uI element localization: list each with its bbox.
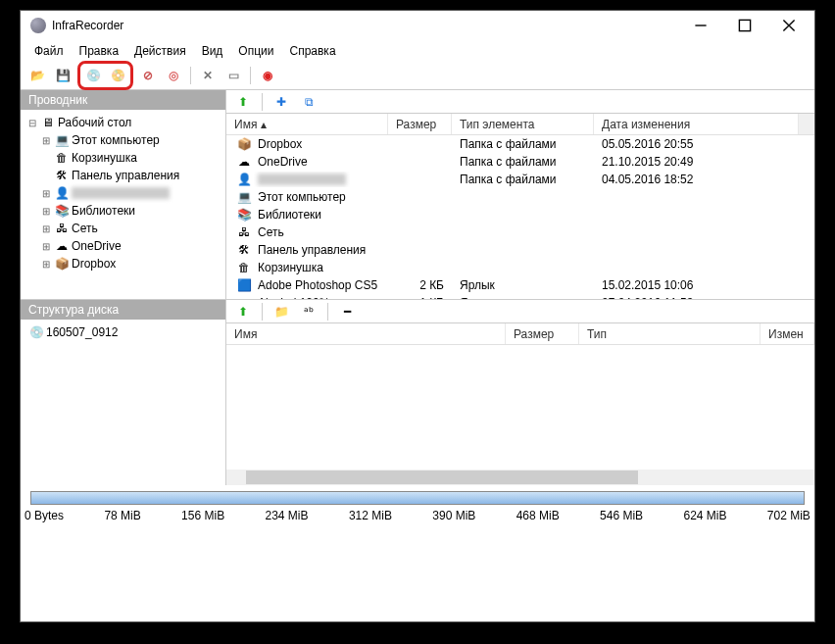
capacity-tick: 702 MiB bbox=[767, 509, 810, 522]
file-name: Alcohol 120% bbox=[258, 296, 329, 299]
disc-tree[interactable]: 💿 160507_0912 bbox=[21, 320, 225, 485]
tree-label: Рабочий стол bbox=[58, 116, 131, 129]
col-size[interactable]: Размер bbox=[388, 114, 452, 134]
file-name: Adobe Photoshop CS5 bbox=[258, 278, 377, 292]
file-row[interactable]: 🛠Панель управления bbox=[226, 241, 814, 259]
burn-disc-alt-button[interactable]: 📀 bbox=[107, 65, 128, 86]
ps-icon: 🟦 bbox=[236, 277, 252, 293]
capacity-tick: 468 MiB bbox=[516, 509, 560, 522]
col-date[interactable]: Дата изменения bbox=[594, 114, 799, 134]
capacity-tick: 78 MiB bbox=[104, 509, 140, 522]
minimize-button[interactable] bbox=[678, 12, 722, 39]
disc-up-button[interactable]: ⬆ bbox=[232, 301, 254, 322]
file-size: 1 КБ bbox=[388, 296, 452, 299]
col-name[interactable]: Имя▴ bbox=[226, 114, 388, 134]
tree-label: OneDrive bbox=[72, 239, 122, 253]
expand-icon[interactable]: ⊞ bbox=[40, 223, 52, 234]
expand-icon[interactable]: ⊞ bbox=[40, 206, 52, 217]
folder-tree[interactable]: ⊟ 🖥 Рабочий стол ⊞💻Этот компьютер 🗑Корзи… bbox=[21, 110, 225, 299]
new-folder-button[interactable]: 📁 bbox=[270, 301, 292, 322]
col-size[interactable]: Размер bbox=[506, 323, 579, 344]
expand-icon[interactable]: ⊞ bbox=[40, 188, 52, 199]
up-button[interactable]: ⬆ bbox=[232, 91, 254, 113]
disc-root[interactable]: 💿 160507_0912 bbox=[23, 323, 223, 341]
disc-label: 160507_0912 bbox=[46, 325, 118, 339]
menu-help[interactable]: Справка bbox=[281, 41, 343, 61]
file-list[interactable]: 📦DropboxПапка с файлами05.05.2016 20:55☁… bbox=[226, 135, 814, 299]
file-name: Dropbox bbox=[258, 137, 302, 151]
expand-icon[interactable]: ⊞ bbox=[40, 135, 52, 146]
sort-asc-icon: ▴ bbox=[261, 118, 267, 131]
tools-button[interactable]: ✕ bbox=[197, 65, 219, 86]
capacity-tick: 156 MiB bbox=[181, 509, 224, 522]
disc-pane-title: Структура диска bbox=[21, 300, 225, 320]
file-row[interactable]: 🖧Сеть bbox=[226, 223, 814, 241]
file-row[interactable]: 🗑Корзинушка bbox=[226, 259, 814, 276]
col-type[interactable]: Тип bbox=[579, 323, 761, 344]
maximize-button[interactable] bbox=[722, 12, 766, 39]
main-toolbar: 📂 💾 💿 📀 ⊘ ◎ ✕ ▭ ◉ bbox=[21, 62, 814, 89]
menu-edit[interactable]: Правка bbox=[72, 41, 127, 61]
file-row[interactable]: 💻Этот компьютер bbox=[226, 188, 814, 206]
remove-button[interactable]: ━ bbox=[336, 301, 358, 322]
disc-disabled-button[interactable]: ⊘ bbox=[137, 65, 159, 86]
disc-file-list[interactable] bbox=[226, 345, 814, 470]
tree-item[interactable]: 🛠Панель управления bbox=[23, 167, 223, 184]
collapse-icon[interactable]: ⊟ bbox=[26, 118, 38, 128]
record-button[interactable]: ◉ bbox=[257, 65, 278, 86]
file-date: 27.04.2016 11:53 bbox=[594, 296, 731, 299]
tree-item[interactable]: ⊞🖧Сеть bbox=[23, 220, 223, 237]
file-name bbox=[258, 173, 346, 185]
tree-root[interactable]: ⊟ 🖥 Рабочий стол bbox=[23, 114, 223, 131]
tree-item[interactable]: ⊞💻Этот компьютер bbox=[23, 131, 223, 149]
tree-label: Dropbox bbox=[72, 257, 116, 271]
col-name[interactable]: Имя bbox=[226, 323, 506, 344]
tree-item[interactable]: ⊞📦Dropbox bbox=[23, 255, 223, 272]
menu-view[interactable]: Вид bbox=[194, 41, 231, 61]
toolbar-separator bbox=[190, 67, 191, 84]
net-icon: 🖧 bbox=[236, 224, 252, 240]
add-all-button[interactable]: ⧉ bbox=[298, 91, 319, 113]
expand-icon[interactable]: ⊞ bbox=[40, 241, 52, 252]
tree-label: Корзинушка bbox=[72, 151, 137, 165]
file-row[interactable]: 🔺Alcohol 120%1 КБЯрлык27.04.2016 11:53 bbox=[226, 294, 814, 299]
file-row[interactable]: ☁OneDriveПапка с файлами21.10.2015 20:49 bbox=[226, 153, 814, 171]
explorer-pane-title: Проводник bbox=[21, 90, 225, 110]
explorer-toolbar: ⬆ ✚ ⧉ bbox=[226, 90, 814, 114]
file-row[interactable]: 👤Папка с файлами04.05.2016 18:52 bbox=[226, 171, 814, 188]
file-name: Корзинушка bbox=[258, 261, 323, 274]
open-button[interactable]: 📂 bbox=[26, 65, 48, 86]
titlebar[interactable]: InfraRecorder bbox=[21, 11, 814, 40]
tree-item[interactable]: ⊞📚Библиотеки bbox=[23, 202, 223, 220]
disc-pink-button[interactable]: ◎ bbox=[163, 65, 184, 86]
cloud-icon: ☁ bbox=[236, 154, 252, 170]
add-button[interactable]: ✚ bbox=[270, 91, 292, 113]
network-icon: 🖧 bbox=[54, 221, 70, 236]
disc-toolbar: ⬆ 📁 ᵃᵇ ━ bbox=[226, 300, 814, 323]
pc-icon: 💻 bbox=[54, 132, 70, 148]
close-button[interactable] bbox=[766, 12, 810, 39]
onedrive-icon: ☁ bbox=[54, 238, 70, 254]
bin-icon: 🗑 bbox=[236, 260, 252, 275]
file-row[interactable]: 📚Библиотеки bbox=[226, 206, 814, 223]
rename-button[interactable]: ᵃᵇ bbox=[298, 301, 319, 322]
file-size: 2 КБ bbox=[388, 278, 452, 292]
scrollbar-horizontal[interactable] bbox=[226, 470, 814, 485]
file-row[interactable]: 🟦Adobe Photoshop CS52 КБЯрлык15.02.2015 … bbox=[226, 276, 814, 294]
drive-button[interactable]: ▭ bbox=[222, 65, 244, 86]
scrollbar-vertical[interactable] bbox=[799, 114, 814, 134]
file-row[interactable]: 📦DropboxПапка с файлами05.05.2016 20:55 bbox=[226, 135, 814, 153]
menu-options[interactable]: Опции bbox=[230, 41, 281, 61]
file-date: 05.05.2016 20:55 bbox=[594, 137, 731, 151]
expand-icon[interactable]: ⊞ bbox=[40, 259, 52, 270]
column-headers: Имя▴ Размер Тип элемента Дата изменения bbox=[226, 114, 814, 135]
burn-disc-button[interactable]: 💿 bbox=[82, 65, 104, 86]
col-changed[interactable]: Измен bbox=[761, 323, 814, 344]
tree-item[interactable]: ⊞👤 bbox=[23, 184, 223, 202]
save-button[interactable]: 💾 bbox=[52, 65, 74, 86]
tree-item[interactable]: 🗑Корзинушка bbox=[23, 149, 223, 167]
menu-file[interactable]: Файл bbox=[26, 41, 72, 61]
menu-actions[interactable]: Действия bbox=[126, 41, 194, 61]
col-type[interactable]: Тип элемента bbox=[452, 114, 594, 134]
tree-item[interactable]: ⊞☁OneDrive bbox=[23, 237, 223, 255]
